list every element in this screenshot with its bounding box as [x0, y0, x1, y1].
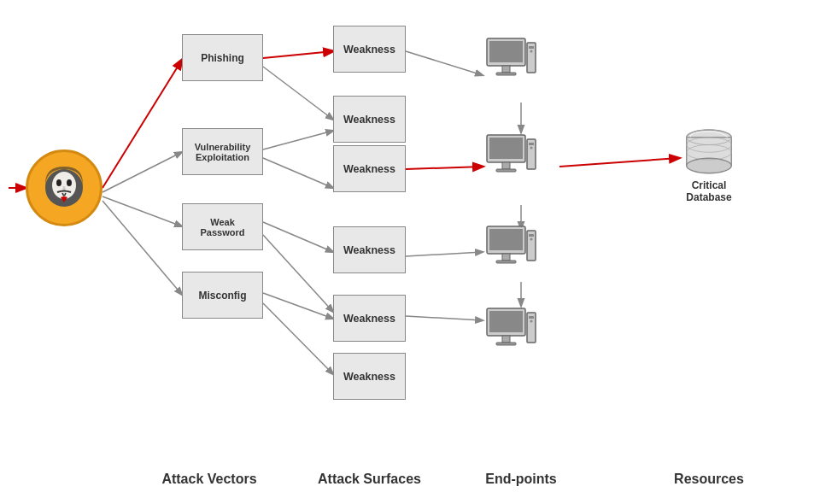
- svg-point-55: [687, 158, 732, 173]
- svg-line-8: [263, 222, 333, 252]
- svg-line-6: [263, 131, 333, 149]
- svg-line-15: [406, 316, 483, 320]
- database-label: Critical Database: [686, 179, 731, 203]
- svg-line-0: [102, 60, 182, 188]
- endpoint-4: [483, 306, 538, 361]
- label-endpoints: End-points: [470, 472, 572, 487]
- svg-rect-47: [489, 311, 523, 332]
- weakness-box-2: Weakness: [333, 96, 406, 143]
- svg-rect-48: [502, 336, 510, 343]
- svg-line-2: [102, 196, 182, 226]
- svg-point-24: [67, 179, 72, 186]
- svg-rect-42: [496, 261, 516, 263]
- svg-rect-51: [529, 316, 534, 319]
- svg-rect-40: [489, 229, 523, 250]
- svg-rect-49: [496, 343, 516, 345]
- attack-vector-phishing: Phishing: [182, 34, 263, 81]
- svg-rect-44: [529, 234, 534, 237]
- svg-point-52: [530, 320, 533, 323]
- svg-rect-27: [502, 66, 510, 73]
- svg-line-4: [263, 51, 333, 58]
- endpoint-2: [483, 132, 538, 188]
- svg-rect-28: [496, 73, 516, 75]
- weakness-box-3: Weakness: [333, 145, 406, 192]
- svg-line-12: [406, 51, 483, 75]
- svg-point-31: [530, 50, 533, 53]
- endpoint-1: [483, 36, 538, 91]
- endpoint-3: [483, 224, 538, 279]
- svg-point-23: [56, 179, 62, 186]
- svg-line-7: [263, 158, 333, 188]
- svg-line-11: [263, 303, 333, 374]
- svg-rect-37: [529, 143, 534, 145]
- attacker-icon: [26, 149, 102, 226]
- svg-line-5: [263, 67, 333, 120]
- svg-line-14: [406, 252, 483, 256]
- label-attack-vectors: Attack Vectors: [132, 472, 286, 487]
- attack-vector-weak-password: Weak Password: [182, 203, 263, 250]
- label-resources: Resources: [658, 472, 760, 487]
- svg-rect-35: [496, 169, 516, 172]
- svg-point-45: [530, 238, 533, 241]
- svg-point-38: [530, 147, 533, 149]
- svg-rect-30: [529, 46, 534, 49]
- attack-vector-vuln: Vulnerability Exploitation: [182, 128, 263, 175]
- svg-line-9: [263, 235, 333, 312]
- svg-rect-33: [489, 138, 523, 159]
- svg-line-10: [263, 293, 333, 319]
- weakness-box-4: Weakness: [333, 226, 406, 273]
- diagram: Phishing Vulnerability Exploitation Weak…: [0, 0, 820, 504]
- critical-database: Critical Database: [679, 124, 739, 203]
- svg-line-13: [406, 167, 483, 169]
- label-attack-surfaces: Attack Surfaces: [295, 472, 444, 487]
- weakness-box-1: Weakness: [333, 26, 406, 73]
- svg-line-16: [559, 158, 679, 167]
- svg-rect-26: [489, 41, 523, 62]
- svg-line-3: [102, 201, 182, 295]
- svg-line-1: [102, 152, 182, 192]
- attack-vector-misconfig: Misconfig: [182, 272, 263, 319]
- svg-rect-34: [502, 162, 510, 169]
- svg-rect-41: [502, 254, 510, 261]
- weakness-box-6: Weakness: [333, 353, 406, 400]
- weakness-box-5: Weakness: [333, 295, 406, 342]
